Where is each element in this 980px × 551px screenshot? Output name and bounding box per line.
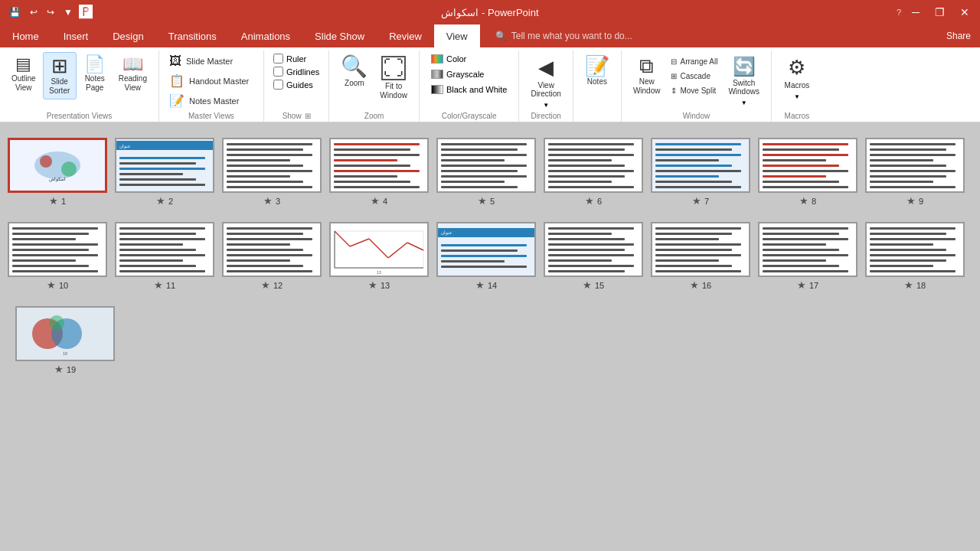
slide-item-18[interactable]: ★ 18	[865, 222, 965, 291]
ruler-checkbox[interactable]	[273, 54, 283, 64]
slide-row-2: ★ 18	[15, 222, 965, 291]
slide-thumb-7[interactable]	[651, 138, 750, 193]
slide-thumb-5[interactable]	[436, 138, 536, 193]
ruler-checkbox-label[interactable]: Ruler	[270, 52, 322, 65]
macros-button[interactable]: ⚙ Macros	[778, 52, 816, 92]
slide-master-button[interactable]: 🖼 Slide Master	[165, 52, 257, 70]
slide-meta-11: ★ 11	[154, 279, 175, 291]
new-window-button[interactable]: ⧉ NewWindow	[628, 52, 666, 99]
slide-item-9[interactable]: ★ 9	[865, 138, 965, 207]
slide-thumb-6[interactable]	[544, 138, 643, 193]
gridlines-checkbox-label[interactable]: Gridlines	[270, 65, 322, 78]
slide-item-14[interactable]: عنوان ★ 14	[436, 222, 536, 291]
notes-button[interactable]: 📝 Notes	[580, 52, 615, 90]
slide-thumb-13[interactable]: 13	[329, 222, 429, 277]
share-button[interactable]: Share	[937, 24, 980, 47]
slide-thumb-3[interactable]	[222, 138, 322, 193]
slide-item-11[interactable]: ★ 11	[115, 222, 214, 291]
slide-item-1[interactable]: اسکواش ★ 1	[8, 138, 107, 207]
undo-button[interactable]: ↩	[27, 5, 41, 19]
slide-item-16[interactable]: ★ 16	[651, 222, 750, 291]
gridlines-checkbox[interactable]	[273, 67, 283, 77]
view-direction-button[interactable]: ◀ ViewDirection	[525, 52, 566, 100]
slide-item-10[interactable]: ★ 10	[8, 222, 107, 291]
slide-item-15[interactable]: ★ 15	[544, 222, 643, 291]
slide-item-3[interactable]: ★ 3	[222, 138, 322, 207]
slide-item-6[interactable]: ★ 6	[544, 138, 643, 207]
switch-windows-button[interactable]: 🔄 SwitchWindows	[723, 52, 765, 98]
slide-sorter-icon: ⊞	[51, 56, 68, 76]
guides-checkbox-label[interactable]: Guides	[270, 78, 322, 91]
macros-dropdown[interactable]: ▼	[778, 92, 816, 101]
handout-master-button[interactable]: 📋 Handout Master	[165, 71, 257, 90]
slide-meta-2: ★ 2	[156, 195, 173, 207]
slide-item-2[interactable]: عنوان ★ 2	[115, 138, 214, 207]
svg-point-1	[40, 155, 52, 168]
cg-list: Color Grayscale Black and White	[426, 52, 512, 96]
master-views-items: 🖼 Slide Master 📋 Handout Master 📝 Notes …	[165, 52, 257, 110]
slide-thumb-9[interactable]	[865, 138, 965, 193]
slide-thumb-15[interactable]	[544, 222, 643, 277]
restore-button[interactable]: ❐	[930, 5, 949, 20]
direction-label: Direction	[525, 110, 566, 122]
close-button[interactable]: ✕	[956, 5, 974, 20]
slide-thumb-12[interactable]	[222, 222, 322, 277]
view-direction-dropdown[interactable]: ▼	[525, 100, 566, 109]
slide-thumb-16[interactable]	[651, 222, 750, 277]
cascade-button[interactable]: ⊞ Cascade	[667, 70, 721, 83]
color-swatch	[431, 54, 443, 64]
slide-item-17[interactable]: ★ 17	[758, 222, 858, 291]
redo-button[interactable]: ↪	[44, 5, 57, 19]
notes-master-icon: 📝	[169, 93, 185, 108]
arrange-all-button[interactable]: ⊟ Arrange All	[667, 55, 721, 68]
tell-me-box[interactable]: 🔍 Tell me what you want to do...	[480, 24, 937, 47]
slide-item-19[interactable]: 19 ★ 19	[15, 306, 115, 375]
tab-animations[interactable]: Animations	[229, 24, 302, 47]
notes-master-button[interactable]: 📝 Notes Master	[165, 91, 257, 110]
slide-item-4[interactable]: ★ 4	[329, 138, 429, 207]
grayscale-item[interactable]: Grayscale	[426, 67, 512, 81]
slide-item-13[interactable]: 13 ★ 13	[329, 222, 429, 291]
slide-item-8[interactable]: ★ 8	[758, 138, 858, 207]
switch-windows-icon: 🔄	[733, 56, 756, 77]
tab-review[interactable]: Review	[377, 24, 434, 47]
black-and-white-item[interactable]: Black and White	[426, 83, 512, 96]
slide-thumb-11[interactable]	[115, 222, 214, 277]
tab-home[interactable]: Home	[0, 24, 51, 47]
slide-thumb-4[interactable]	[329, 138, 429, 193]
slide-thumb-18[interactable]	[865, 222, 965, 277]
reading-view-button[interactable]: 📖 ReadingView	[113, 52, 152, 96]
notes-page-button[interactable]: 📄 NotesPage	[78, 52, 112, 96]
slide-item-12[interactable]: ★ 12	[222, 222, 322, 291]
slide-sorter-button[interactable]: ⊞ SlideSorter	[43, 52, 77, 99]
slide-thumb-17[interactable]	[758, 222, 858, 277]
slide-item-7[interactable]: ★ 7	[651, 138, 750, 207]
view-direction-split-btn: ◀ ViewDirection ▼	[525, 52, 566, 109]
slide-thumb-10[interactable]	[8, 222, 107, 277]
show-expand-icon[interactable]: ⊞	[305, 112, 311, 120]
svg-text:13: 13	[377, 270, 381, 275]
minimize-button[interactable]: ─	[907, 5, 924, 20]
slide-sorter-view[interactable]: ★ 9	[0, 122, 980, 551]
tab-transitions[interactable]: Transitions	[156, 24, 229, 47]
tab-view[interactable]: View	[434, 24, 480, 47]
guides-checkbox[interactable]	[273, 80, 283, 90]
slide-thumb-19[interactable]: 19	[15, 306, 115, 361]
fit-to-window-button[interactable]: ⛶ Fit toWindow	[374, 52, 413, 104]
slide-thumb-1[interactable]: اسکواش	[8, 138, 107, 193]
tab-insert[interactable]: Insert	[51, 24, 101, 47]
move-split-button[interactable]: ⇕ Move Split	[667, 84, 721, 97]
svg-point-2	[61, 161, 77, 177]
color-item[interactable]: Color	[426, 52, 512, 66]
slide-thumb-8[interactable]	[758, 138, 858, 193]
customize-qa-button[interactable]: ▼	[60, 5, 76, 19]
slide-thumb-2[interactable]: عنوان	[115, 138, 214, 193]
slide-item-5[interactable]: ★ 5	[436, 138, 536, 207]
tab-design[interactable]: Design	[100, 24, 155, 47]
slide-thumb-14[interactable]: عنوان	[436, 222, 536, 277]
switch-windows-dropdown[interactable]: ▼	[723, 98, 765, 107]
save-button[interactable]: 💾	[6, 5, 24, 19]
tab-slideshow[interactable]: Slide Show	[302, 24, 377, 47]
outline-view-button[interactable]: ▤ OutlineView	[6, 52, 41, 96]
zoom-button[interactable]: 🔍 Zoom	[335, 52, 373, 92]
